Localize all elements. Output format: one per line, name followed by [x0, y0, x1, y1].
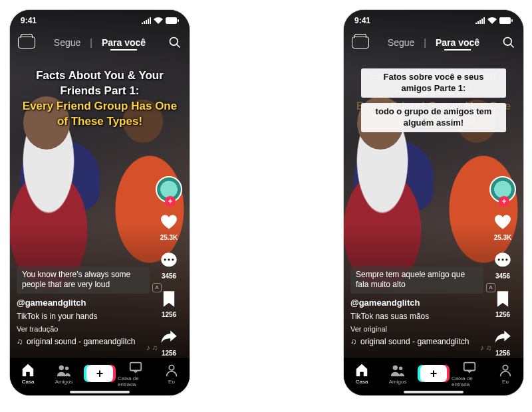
heart-icon	[493, 212, 513, 232]
overlay-line1: Facts About You & Your Friends Part 1:	[22, 68, 178, 99]
sound-link[interactable]: ♫ original sound - gameandglitch	[17, 337, 150, 346]
inbox-icon	[128, 360, 143, 374]
save-count: 1256	[495, 311, 510, 318]
comment-count: 3456	[495, 272, 510, 280]
nav-home[interactable]: Casa	[344, 358, 380, 389]
nav-inbox[interactable]: Caixa de entrada	[452, 358, 487, 389]
bookmark-icon	[159, 289, 179, 309]
nav-friends[interactable]: Amigos	[380, 358, 416, 389]
status-bar: 9:41	[10, 14, 190, 27]
home-indicator	[70, 391, 130, 393]
friends-icon	[57, 363, 71, 377]
like-button[interactable]: 25.3K	[159, 212, 179, 241]
home-indicator	[404, 391, 464, 393]
nav-inbox[interactable]: Caixa de entrada	[118, 358, 154, 389]
svg-point-6	[168, 258, 170, 260]
sound-link[interactable]: ♫ original sound - gameandglitch	[350, 337, 483, 346]
svg-point-19	[505, 258, 507, 260]
author-avatar[interactable]	[489, 176, 516, 203]
nav-profile[interactable]: Eu	[487, 358, 523, 389]
wifi-icon	[487, 17, 497, 24]
svg-point-9	[65, 366, 69, 370]
battery-icon	[166, 17, 179, 24]
svg-point-18	[501, 258, 503, 260]
wifi-icon	[154, 17, 163, 24]
search-icon[interactable]	[502, 36, 515, 49]
inbox-icon	[462, 360, 477, 374]
author-handle[interactable]: @gameandglitch	[350, 298, 483, 308]
svg-rect-0	[166, 17, 177, 24]
tab-following[interactable]: Segue	[388, 37, 414, 48]
home-icon	[21, 363, 35, 377]
video-subtitle: You know there's always some people that…	[17, 266, 150, 294]
share-count: 1256	[495, 350, 510, 357]
svg-point-14	[504, 38, 512, 46]
like-button[interactable]: 25.3K	[493, 212, 513, 241]
comment-button[interactable]: 3456	[159, 251, 179, 280]
profile-icon	[164, 363, 179, 377]
heart-icon	[159, 212, 179, 232]
live-icon[interactable]	[352, 37, 369, 49]
tab-for-you[interactable]: Para você	[436, 37, 479, 48]
video-subtitle: Sempre tem aquele amigo que fala muito a…	[350, 266, 483, 294]
bottom-nav: Casa Amigos + Caixa de entrada Eu	[344, 358, 523, 395]
live-icon[interactable]	[18, 37, 35, 49]
nav-home[interactable]: Casa	[10, 358, 46, 389]
svg-rect-10	[130, 363, 142, 371]
share-button[interactable]: 1256	[493, 328, 513, 357]
nav-profile[interactable]: Eu	[154, 358, 190, 389]
svg-point-11	[169, 365, 174, 369]
svg-point-17	[498, 258, 500, 260]
save-button[interactable]: 1256	[159, 289, 179, 318]
svg-point-23	[503, 365, 507, 369]
caption-block: You know there's always some people that…	[17, 266, 150, 346]
top-nav: Segue | Para você	[344, 33, 523, 52]
author-handle[interactable]: @gameandglitch	[17, 298, 150, 308]
share-icon	[159, 328, 179, 348]
status-icons	[475, 17, 513, 24]
comment-count: 3456	[162, 272, 176, 280]
status-bar: 9:41	[344, 14, 523, 27]
svg-rect-13	[511, 19, 513, 22]
status-time: 9:41	[354, 16, 370, 25]
share-count: 1256	[162, 350, 176, 357]
comment-button[interactable]: 3456	[493, 251, 513, 280]
phone-mockup-original: 9:41 Segue | Para você Facts About You &…	[10, 10, 190, 395]
svg-point-8	[59, 365, 64, 369]
nav-create[interactable]: +	[82, 358, 118, 389]
svg-rect-1	[178, 19, 179, 22]
tab-separator: |	[90, 37, 92, 48]
translate-link[interactable]: Ver original	[350, 325, 483, 333]
svg-point-2	[170, 38, 178, 46]
overlay-line2: Every Friend Group Has One of These Type…	[22, 99, 178, 130]
svg-point-7	[172, 258, 174, 260]
battery-icon	[499, 17, 513, 24]
status-time: 9:41	[21, 16, 37, 25]
comment-icon	[493, 251, 513, 270]
music-note-icon: ♫	[17, 337, 23, 346]
translated-caption-2: todo o grupo de amigos tem alguém assim!	[361, 103, 506, 132]
tab-following[interactable]: Segue	[54, 37, 80, 48]
svg-rect-22	[464, 363, 475, 371]
video-description: TikTok nas suas mãos	[350, 312, 483, 321]
tab-for-you[interactable]: Para você	[102, 37, 146, 48]
translate-link[interactable]: Ver tradução	[17, 325, 150, 333]
search-icon[interactable]	[168, 36, 182, 49]
caption-toggle-icon[interactable]: A	[486, 283, 495, 292]
plus-icon: +	[420, 365, 447, 382]
save-button[interactable]: 1256	[493, 289, 513, 318]
video-description: TikTok is in your hands	[17, 312, 150, 321]
like-count: 25.3K	[494, 234, 512, 241]
bookmark-icon	[493, 289, 513, 309]
plus-icon: +	[86, 365, 113, 382]
translated-overlay: Fatos sobre você e seus amigos Parte 1: …	[344, 68, 523, 132]
caption-toggle-icon[interactable]: A	[152, 283, 162, 292]
author-avatar[interactable]	[156, 176, 182, 203]
nav-friends[interactable]: Amigos	[46, 358, 82, 389]
nav-create[interactable]: +	[416, 358, 452, 389]
share-button[interactable]: 1256	[159, 328, 179, 357]
signal-icon	[475, 17, 485, 24]
svg-point-20	[393, 365, 398, 369]
video-overlay-text: Facts About You & Your Friends Part 1: E…	[10, 68, 190, 130]
home-icon	[354, 363, 369, 377]
